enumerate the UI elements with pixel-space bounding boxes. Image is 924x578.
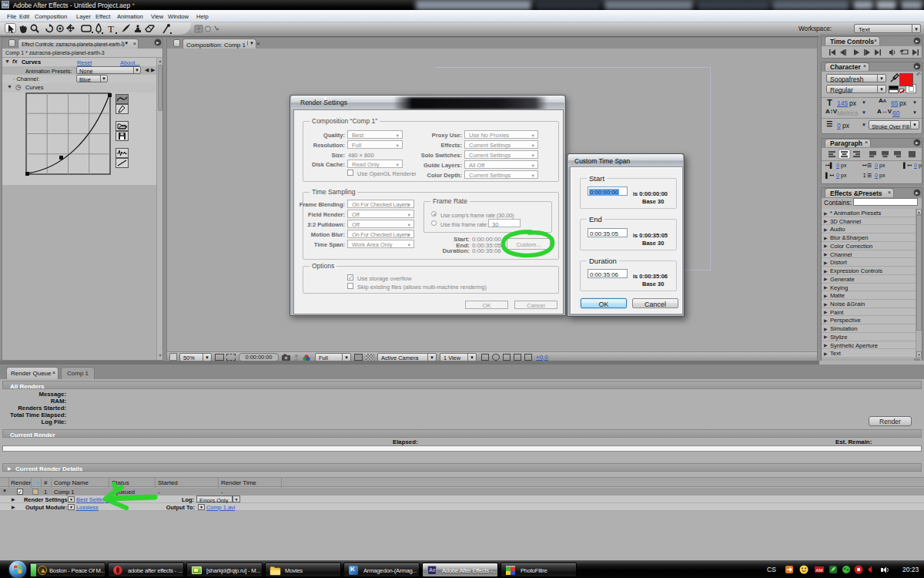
- svg-text:T: T: [108, 23, 114, 35]
- svg-text:AM: AM: [816, 568, 823, 573]
